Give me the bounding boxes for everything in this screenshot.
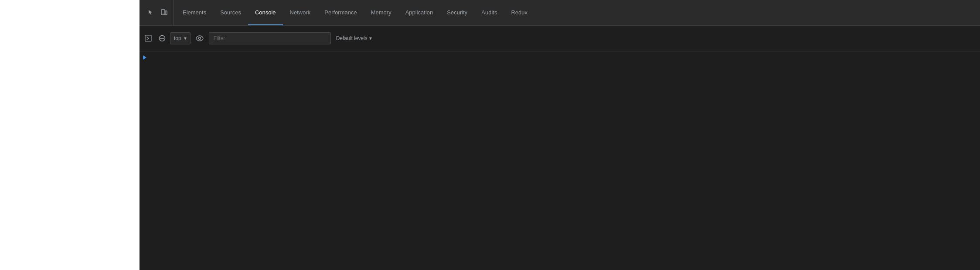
console-prompt-line	[140, 53, 980, 62]
devtools-panel: Elements Sources Console Network Perform…	[140, 0, 980, 270]
svg-point-6	[198, 37, 201, 40]
watch-expressions-button[interactable]	[192, 34, 207, 43]
tab-console[interactable]: Console	[248, 0, 283, 25]
console-chevron-right-icon	[143, 55, 146, 60]
log-levels-label: Default levels	[336, 35, 368, 41]
execute-script-button[interactable]	[142, 33, 154, 44]
tab-application[interactable]: Application	[398, 0, 440, 25]
white-panel	[0, 0, 140, 270]
tab-sources[interactable]: Sources	[213, 0, 248, 25]
tab-icon-group	[141, 0, 174, 25]
tab-redux[interactable]: Redux	[504, 0, 534, 25]
clear-console-button[interactable]	[156, 33, 168, 44]
context-selector[interactable]: top ▾	[170, 32, 191, 44]
console-toolbar: top ▾ Default levels ▾	[140, 26, 980, 51]
tab-audits[interactable]: Audits	[474, 0, 504, 25]
svg-rect-1	[165, 11, 167, 15]
console-output[interactable]	[140, 51, 980, 270]
context-selector-arrow: ▾	[184, 35, 187, 41]
filter-input[interactable]	[209, 32, 331, 44]
tab-network[interactable]: Network	[283, 0, 318, 25]
tab-bar: Elements Sources Console Network Perform…	[140, 0, 980, 26]
tab-performance[interactable]: Performance	[317, 0, 364, 25]
log-levels-arrow: ▾	[369, 35, 372, 41]
log-levels-button[interactable]: Default levels ▾	[333, 34, 375, 43]
context-selector-value: top	[174, 35, 181, 41]
tab-security[interactable]: Security	[440, 0, 474, 25]
tab-memory[interactable]: Memory	[364, 0, 398, 25]
tab-elements[interactable]: Elements	[176, 0, 213, 25]
device-toggle-button[interactable]	[158, 7, 170, 18]
cursor-icon-button[interactable]	[145, 7, 157, 18]
